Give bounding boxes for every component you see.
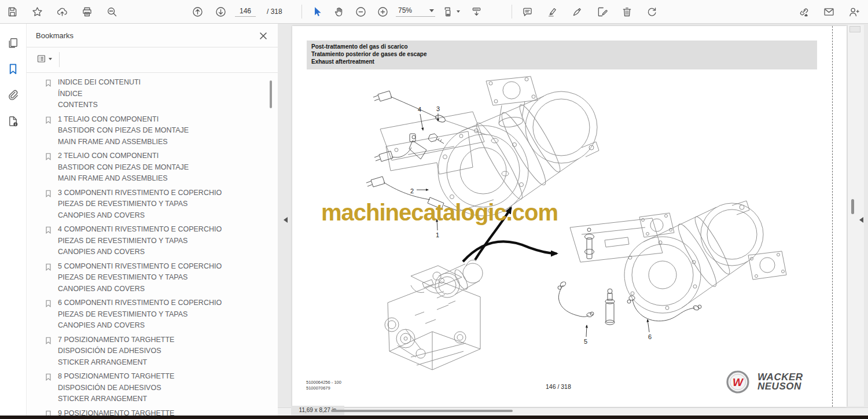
bookmark-item[interactable]: 2 TELAIO CON COMPONENTIBASTIDOR CON PIEZ… xyxy=(44,150,269,185)
panel-scrollbar-thumb[interactable] xyxy=(270,80,272,108)
callout-2: 2 xyxy=(410,188,414,194)
navigation-rail xyxy=(0,24,27,416)
bookmark-item-line: CONTENTS xyxy=(58,100,141,111)
page-info-icon[interactable] xyxy=(5,113,21,129)
scroll-mode-icon[interactable] xyxy=(468,3,485,20)
page-up-icon[interactable] xyxy=(189,3,206,20)
options-button[interactable] xyxy=(36,53,52,64)
bookmark-item[interactable]: 4 COMPONENTI RIVESTIMENTO E COPERCHIOPIE… xyxy=(44,224,269,258)
page-number-input[interactable]: 146 xyxy=(235,7,256,17)
svg-text:W: W xyxy=(733,376,744,388)
vertical-scrollbar-thumb[interactable] xyxy=(851,199,854,214)
bookmark-item-line: 9 POSIZIONAMENTO TARGHETTE xyxy=(58,408,174,416)
watermark: machinecatalogic.com xyxy=(321,200,558,226)
toolbar-divider xyxy=(301,5,302,19)
collapse-right-panel-arrow-icon[interactable] xyxy=(859,217,863,223)
email-icon[interactable] xyxy=(820,3,837,20)
select-tool-icon[interactable] xyxy=(308,3,325,20)
bookmark-item-line: PIEZAS DE REVESTIMIENTO Y TAPAS xyxy=(58,272,222,284)
wacker-neuson-badge-icon: W xyxy=(726,370,749,394)
bookmark-item-line: 7 POSIZIONAMENTO TARGHETTE xyxy=(58,335,174,346)
bookmark-icon xyxy=(44,226,53,234)
bookmark-icon xyxy=(44,299,53,308)
bookmark-item-line: 2 TELAIO CON COMPONENTI xyxy=(58,150,189,162)
header-line-es: Tratamiento posterior de gases de escape xyxy=(311,51,812,58)
bookmark-item[interactable]: 1 TELAIO CON COMPONENTIBASTIDOR CON PIEZ… xyxy=(44,114,269,148)
star-icon[interactable] xyxy=(28,3,46,20)
bookmark-item-line: BASTIDOR CON PIEZAS DE MONTAJE xyxy=(58,125,189,137)
callout-3: 3 xyxy=(436,105,440,112)
bookmark-icon xyxy=(44,410,53,416)
comment-icon[interactable] xyxy=(518,3,536,20)
bookmark-item-line: PIEZAS DE REVESTIMIENTO Y TAPAS xyxy=(58,236,222,247)
zoom-in-icon[interactable] xyxy=(374,3,391,20)
reference-numbers: 5100064256 - 100 5100070679 xyxy=(306,380,341,391)
chevron-down-icon xyxy=(49,58,52,60)
sign-pen-icon[interactable] xyxy=(568,3,586,20)
divider xyxy=(27,47,278,47)
zoom-level-select[interactable]: 75% xyxy=(396,6,435,17)
bookmark-item-line: PIEZAS DE REVESTIMIENTO Y TAPAS xyxy=(58,309,222,321)
zoom-out-icon[interactable] xyxy=(352,3,369,20)
bookmark-item-line: 1 TELAIO CON COMPONENTI xyxy=(58,114,189,126)
fill-and-sign-icon[interactable] xyxy=(593,3,610,20)
bookmark-item-line: 4 COMPONENTI RIVESTIMENTO E COPERCHIO xyxy=(58,224,222,236)
delete-icon[interactable] xyxy=(618,3,635,20)
header-line-en: Exhaust aftertreatment xyxy=(311,58,812,66)
bookmark-icon xyxy=(44,373,53,381)
callout-4: 4 xyxy=(418,106,421,113)
bookmark-item-line: 8 POSIZIONAMENTO TARGHETTE xyxy=(58,371,174,383)
page-thumbnails-icon[interactable] xyxy=(5,35,21,51)
highlight-icon[interactable] xyxy=(543,3,561,20)
collapse-panel-arrow-icon[interactable] xyxy=(284,217,288,223)
bookmark-item-line: BASTIDOR CON PIEZAS DE MONTAJE xyxy=(58,162,189,174)
hand-tool-icon[interactable] xyxy=(330,3,347,20)
save-icon[interactable] xyxy=(3,3,21,20)
chevron-down-icon xyxy=(457,10,460,13)
vertical-scrollbar-track[interactable] xyxy=(847,25,864,406)
bookmark-item[interactable]: 7 POSIZIONAMENTO TARGHETTEDISPOSICIÓN DE… xyxy=(44,335,269,369)
bookmark-item[interactable]: 6 COMPONENTI RIVESTIMENTO E COPERCHIOPIE… xyxy=(44,297,269,332)
page-indicator: 146 / 318 xyxy=(546,383,571,390)
toolbar-divider xyxy=(512,5,512,19)
bookmark-item-line: CANOPIES AND COVERS xyxy=(58,210,222,222)
brand-line: NEUSON xyxy=(757,382,803,391)
bookmark-item-line: 5 COMPONENTI RIVESTIMENTO E COPERCHIO xyxy=(58,261,222,273)
fit-width-icon[interactable] xyxy=(440,3,463,20)
bookmark-item[interactable]: INDICE DEI CONTENUTIÍNDICECONTENTS xyxy=(44,77,269,111)
link-icon[interactable] xyxy=(795,3,812,20)
horizontal-scrollbar-thumb[interactable] xyxy=(331,410,513,412)
bookmark-item-line: MAIN FRAME AND ASSEMBLIES xyxy=(58,173,189,185)
share-upload-icon[interactable] xyxy=(53,3,71,20)
zoom-level-value: 75% xyxy=(398,6,412,14)
divider xyxy=(59,52,60,67)
close-icon[interactable] xyxy=(258,31,269,41)
bookmark-icon xyxy=(44,79,53,87)
bookmark-item-line: CANOPIES AND COVERS xyxy=(58,284,222,295)
rotate-icon[interactable] xyxy=(643,3,660,20)
bookmark-item-line: ÍNDICE xyxy=(58,89,141,100)
vertical-scrollbar-top[interactable] xyxy=(849,26,860,32)
attachments-icon[interactable] xyxy=(5,87,21,103)
bookmark-item[interactable]: 5 COMPONENTI RIVESTIMENTO E COPERCHIOPIE… xyxy=(44,261,269,295)
header-line-it: Post-trattamento del gas di scarico xyxy=(311,43,812,51)
bookmark-item[interactable]: 3 COMPONENTI RIVESTIMENTO E COPERCHIOPIE… xyxy=(44,188,269,222)
page-header-box: Post-trattamento del gas di scarico Trat… xyxy=(307,41,817,69)
reference-line: 5100064256 - 100 xyxy=(306,380,341,385)
bookmark-item-line: MAIN FRAME AND ASSEMBLIES xyxy=(58,137,189,148)
reference-line: 5100070679 xyxy=(306,385,341,391)
page-total-label: / 318 xyxy=(267,8,282,16)
bookmark-icon xyxy=(44,116,53,124)
taskbar-edge xyxy=(0,416,868,419)
bookmark-icon xyxy=(44,263,53,271)
print-icon[interactable] xyxy=(78,3,95,20)
bookmarks-icon[interactable] xyxy=(5,61,21,77)
page-down-icon[interactable] xyxy=(212,3,229,20)
bookmark-item[interactable]: 8 POSIZIONAMENTO TARGHETTEDISPOSICIÓN DE… xyxy=(44,371,269,405)
bookmark-list: INDICE DEI CONTENUTIÍNDICECONTENTS 1 TEL… xyxy=(27,77,269,416)
panel-title: Bookmarks xyxy=(36,31,73,40)
add-person-icon[interactable] xyxy=(845,3,862,20)
sensor-group xyxy=(366,91,494,211)
search-icon[interactable] xyxy=(103,3,120,20)
bookmark-item[interactable]: 9 POSIZIONAMENTO TARGHETTE xyxy=(44,408,269,416)
